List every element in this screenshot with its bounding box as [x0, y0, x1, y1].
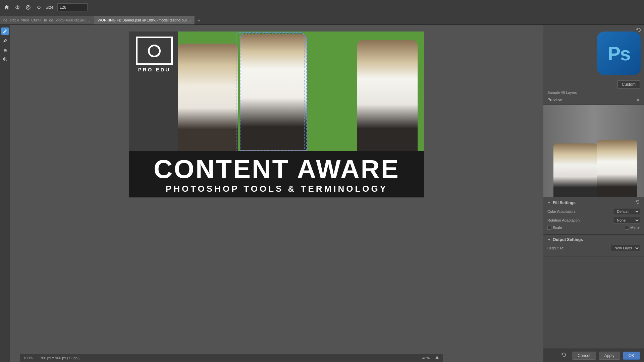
canvas-image: PRO EDU CONTENT AWARE PHOTOSHOP TOOLS & …	[129, 32, 424, 197]
color-adaptation-select[interactable]: Default	[613, 208, 640, 215]
action-buttons: Cancel Apply OK	[543, 349, 644, 362]
panel-spacer	[543, 256, 644, 349]
zoom-tool[interactable]	[1, 56, 9, 63]
undo-button[interactable]	[561, 352, 567, 359]
ps-icon: Ps	[597, 32, 641, 75]
tab-file2[interactable]: WORKING FB Banner.psd @ 100% (model test…	[94, 16, 195, 24]
custom-button[interactable]: Custom	[618, 80, 640, 88]
home-icon[interactable]	[3, 3, 11, 11]
fill-settings-collapse[interactable]: ▼	[547, 201, 551, 204]
back-icon[interactable]	[24, 3, 32, 11]
canvas-size-info: 1706 px x 960 px (72 ppi)	[38, 356, 79, 360]
scale-mirror-row: Scale Mirror	[547, 226, 640, 230]
ps-icon-text: Ps	[608, 42, 630, 65]
tab-more-button[interactable]: »	[195, 16, 203, 24]
sample-all-area: Sample All Layers	[543, 89, 581, 95]
svg-point-2	[26, 5, 30, 9]
scale-label: Scale	[553, 226, 562, 230]
output-settings-section: ▼ Output Settings Output To: New Layer	[543, 235, 644, 256]
tab-file1[interactable]: he_article_titled_CMYK_In_ea...ddd9-493c…	[0, 16, 94, 24]
canvas-container: PRO EDU CONTENT AWARE PHOTOSHOP TOOLS & …	[129, 32, 424, 197]
sample-all-label: Sample All Layers	[543, 89, 581, 96]
main-banner-title: CONTENT AWARE	[136, 156, 418, 182]
person-left-figure	[178, 44, 238, 151]
scale-checkbox[interactable]: Scale	[547, 226, 562, 230]
preview-close-button[interactable]: ✕	[636, 97, 640, 103]
output-to-label: Output To:	[547, 246, 565, 250]
svg-marker-9	[435, 356, 439, 359]
logo-text: PRO EDU	[138, 67, 170, 72]
banner-text-area: CONTENT AWARE PHOTOSHOP TOOLS & TERMINOL…	[129, 151, 424, 197]
color-adaptation-row: Color Adaptation: Default	[547, 208, 640, 215]
size-input[interactable]	[57, 3, 88, 11]
banner-subtitle: PHOTOSHOP TOOLS & TERMINOLOGY	[136, 184, 418, 194]
svg-line-4	[5, 29, 6, 30]
scale-checkbox-box[interactable]	[547, 226, 551, 230]
output-to-row: Output To: New Layer	[547, 245, 640, 251]
person-center-figure	[240, 34, 307, 151]
output-settings-collapse[interactable]: ▼	[547, 238, 551, 242]
top-toolbar: Size:	[0, 0, 644, 15]
svg-point-3	[38, 6, 40, 9]
fill-settings-reset[interactable]	[635, 200, 640, 205]
svg-line-6	[6, 60, 7, 61]
pro-edu-logo: PRO EDU	[131, 37, 178, 72]
banner-top: PRO EDU	[129, 32, 424, 151]
person-right-figure	[357, 40, 418, 151]
brush-tool[interactable]	[1, 27, 9, 35]
custom-button-area: Custom	[618, 80, 640, 88]
preview-title: Preview	[547, 98, 562, 102]
ps-icon-container: Ps	[587, 25, 644, 82]
mirror-checkbox[interactable]: Mirror	[625, 226, 640, 230]
mirror-label: Mirror	[630, 226, 640, 230]
fill-settings-section: ▼ Fill Settings Color Adaptation: Defaul…	[543, 197, 644, 235]
main-area: PRO EDU CONTENT AWARE PHOTOSHOP TOOLS & …	[0, 25, 644, 362]
fill-settings-title: Fill Settings	[553, 200, 576, 205]
size-icon	[35, 3, 43, 11]
preview-header: Preview ✕	[543, 95, 644, 105]
undo-area[interactable]	[636, 27, 641, 34]
histogram-icon	[435, 355, 439, 361]
rotation-adaptation-label: Rotation Adaptation:	[547, 218, 581, 222]
banner-content: PRO EDU CONTENT AWARE PHOTOSHOP TOOLS & …	[129, 32, 424, 197]
canvas-status-bar: 100% 1706 px x 960 px (72 ppi) 48%	[20, 354, 443, 362]
pen-tool[interactable]	[1, 37, 9, 44]
preview-person-right	[597, 140, 637, 197]
color-adaptation-label: Color Adaptation:	[547, 209, 576, 214]
rotation-adaptation-select[interactable]: None	[613, 217, 640, 224]
left-toolbar	[0, 25, 10, 362]
preview-image-area	[543, 105, 644, 197]
ok-button[interactable]: OK	[623, 352, 640, 360]
tab-bar: he_article_titled_CMYK_In_ea...ddd9-493c…	[0, 15, 644, 25]
rotation-adaptation-row: Rotation Adaptation: None	[547, 217, 640, 224]
ps-icon-area: Ps Custom Sample All Layers	[543, 25, 644, 95]
size-label: Size:	[46, 5, 55, 10]
logo-frame	[136, 37, 173, 65]
brush-options-icon[interactable]	[13, 3, 21, 11]
preview-person-left	[553, 143, 597, 197]
mirror-checkbox-box[interactable]	[625, 226, 629, 230]
logo-circle	[148, 45, 161, 57]
canvas-area[interactable]: PRO EDU CONTENT AWARE PHOTOSHOP TOOLS & …	[10, 25, 543, 362]
output-to-select[interactable]: New Layer	[611, 245, 640, 251]
right-panel: Ps Custom Sample All Layers Preview ✕	[543, 25, 644, 362]
hand-tool[interactable]	[1, 46, 9, 54]
fill-settings-header: ▼ Fill Settings	[547, 200, 640, 205]
zoom-percent: 48%	[422, 356, 430, 360]
apply-button[interactable]: Apply	[599, 352, 620, 360]
cancel-button[interactable]: Cancel	[572, 352, 596, 360]
output-settings-title: Output Settings	[553, 237, 583, 242]
zoom-level: 100%	[23, 356, 33, 360]
output-settings-header: ▼ Output Settings	[547, 237, 640, 242]
